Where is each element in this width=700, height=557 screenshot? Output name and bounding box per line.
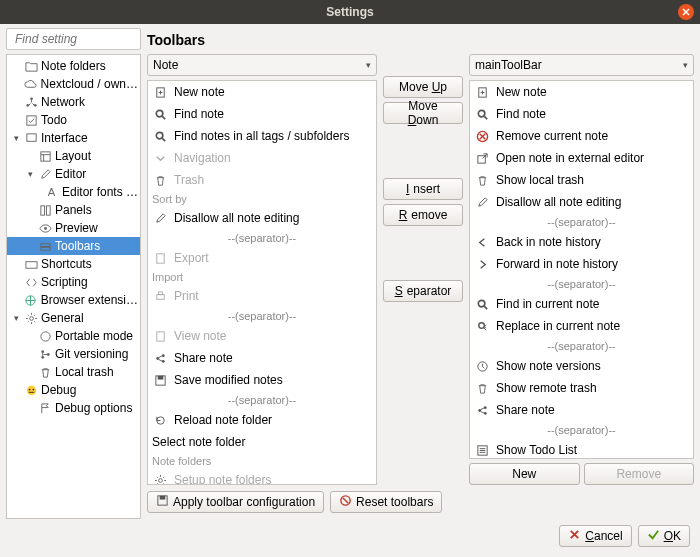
svg-rect-55 [160,496,166,500]
list-item: View note [148,325,376,347]
list-item[interactable]: Find note [148,103,376,125]
script-icon [24,275,38,289]
list-item[interactable]: Find note [470,103,693,125]
list-item: Setup note folders [148,469,376,485]
list-item[interactable]: Disallow all note editing [148,207,376,229]
tree-item-toolbars[interactable]: Toolbars [7,237,140,255]
separator-item[interactable]: --(separator)-- [470,337,693,355]
separator-item[interactable]: --(separator)-- [148,391,376,409]
list-item[interactable]: Disallow all note editing [470,191,693,213]
separator-item[interactable]: --(separator)-- [148,229,376,247]
tree-item-todo[interactable]: Todo [7,111,140,129]
apply-icon [156,494,169,510]
list-item[interactable]: Find notes in all tags / subfolders [148,125,376,147]
list-item[interactable]: New note [470,81,693,103]
tree-item-scripting[interactable]: Scripting [7,273,140,291]
list-heading: Sort by [148,191,376,207]
move-up-button[interactable]: Move Up [383,76,463,98]
remove-toolbar-button[interactable]: Remove [584,463,695,485]
svg-rect-15 [40,247,49,250]
toolbar-actions-list[interactable]: New noteFind noteRemove current noteOpen… [469,80,694,459]
list-item[interactable]: Save modified notes [148,369,376,391]
editor-icon [38,167,52,181]
settings-tree[interactable]: Note foldersNextcloud / own…NetworkTodo▾… [6,54,141,519]
chevron-down-icon: ▾ [366,60,371,70]
separator-item[interactable]: --(separator)-- [470,421,693,439]
list-item[interactable]: Replace in current note [470,315,693,337]
newnote-icon [152,84,168,100]
list-item: Print [148,285,376,307]
separator-item[interactable]: --(separator)-- [470,275,693,293]
target-combo[interactable]: mainToolBar ▾ [469,54,694,76]
tree-item-general[interactable]: ▾General [7,309,140,327]
reset-toolbars-button[interactable]: Reset toolbars [330,491,442,513]
tree-item-nextcloud-own-[interactable]: Nextcloud / own… [7,75,140,93]
close-button[interactable] [678,4,694,20]
tree-item-interface[interactable]: ▾Interface [7,129,140,147]
tree-item-network[interactable]: Network [7,93,140,111]
list-item[interactable]: Share note [470,399,693,421]
tree-item-preview[interactable]: Preview [7,219,140,237]
available-actions-list[interactable]: New noteFind noteFind notes in all tags … [147,80,377,485]
tree-item-debug[interactable]: Debug [7,381,140,399]
list-heading: Import [148,269,376,285]
tree-item-debug-options[interactable]: Debug options [7,399,140,417]
separator-button[interactable]: Separator [383,280,463,302]
tree-item-browser-extensi-[interactable]: Browser extensi… [7,291,140,309]
source-combo[interactable]: Note ▾ [147,54,377,76]
ok-button[interactable]: OK [638,525,690,547]
git-icon [38,347,52,361]
todo-icon [474,442,490,458]
list-item[interactable]: Select note folder [148,431,376,453]
gear-icon [24,311,38,325]
print-icon [152,288,168,304]
svg-rect-33 [158,291,162,294]
list-item[interactable]: Reload note folder [148,409,376,431]
list-item[interactable]: Back in note history [470,231,693,253]
list-item[interactable]: Forward in note history [470,253,693,275]
tree-item-note-folders[interactable]: Note folders [7,57,140,75]
tree-item-shortcuts[interactable]: Shortcuts [7,255,140,273]
preview-icon [38,221,52,235]
gear-icon [152,472,168,485]
tree-item-editor-fonts-[interactable]: AEditor fonts … [7,183,140,201]
list-item: Navigation [148,147,376,169]
font-icon: A [46,185,59,199]
move-down-button[interactable]: Move Down [383,102,463,124]
chev-down-icon [152,150,168,166]
usb-icon [38,329,52,343]
tree-item-layout[interactable]: Layout [7,147,140,165]
svg-rect-34 [156,331,163,340]
toolbar-icon [38,239,52,253]
new-toolbar-button[interactable]: New [469,463,580,485]
view-icon [152,328,168,344]
svg-point-42 [478,110,485,117]
tree-item-local-trash[interactable]: Local trash [7,363,140,381]
cancel-button[interactable]: Cancel [559,525,631,547]
list-item[interactable]: Remove current note [470,125,693,147]
list-item[interactable]: Show remote trash [470,377,693,399]
insert-button[interactable]: Insert [383,178,463,200]
tree-item-editor[interactable]: ▾Editor [7,165,140,183]
separator-item[interactable]: --(separator)-- [470,213,693,231]
separator-item[interactable]: --(separator)-- [148,307,376,325]
list-item[interactable]: Show note versions [470,355,693,377]
remove-button[interactable]: Remove [383,204,463,226]
list-item[interactable]: Show Todo List [470,439,693,459]
tree-item-git-versioning[interactable]: Git versioning [7,345,140,363]
svg-rect-5 [26,115,35,124]
list-item[interactable]: New note [148,81,376,103]
list-item[interactable]: Open note in external editor [470,147,693,169]
tree-item-portable-mode[interactable]: Portable mode [7,327,140,345]
list-item[interactable]: Find in current note [470,293,693,315]
svg-point-18 [29,316,33,320]
list-item[interactable]: Show local trash [470,169,693,191]
tree-item-panels[interactable]: Panels [7,201,140,219]
keyboard-icon [24,257,38,271]
list-item[interactable]: Share note [148,347,376,369]
newnote-icon [474,84,490,100]
search-box[interactable] [6,28,141,50]
apply-config-button[interactable]: Apply toolbar configuration [147,491,324,513]
search-input[interactable] [15,32,166,46]
find-icon [474,106,490,122]
